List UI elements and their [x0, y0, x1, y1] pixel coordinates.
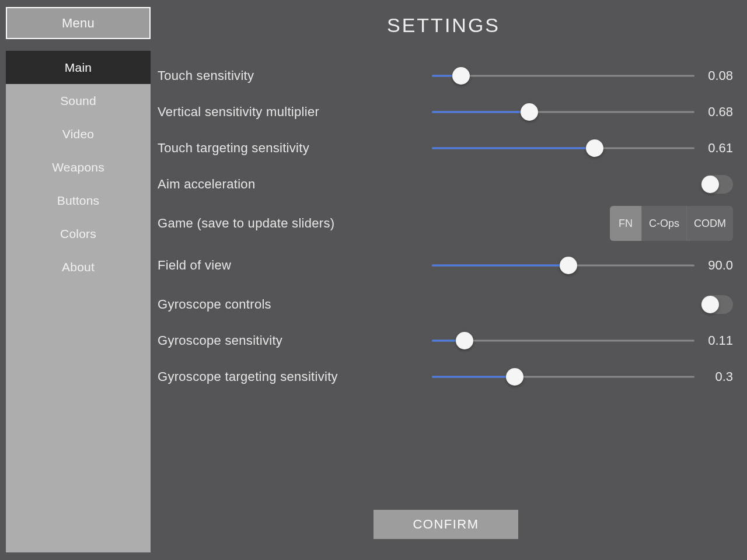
segmented-game-mode: FN C-Ops CODM: [610, 206, 733, 241]
sidebar-item-buttons[interactable]: Buttons: [6, 184, 151, 217]
toggle-gyro-controls[interactable]: [701, 295, 733, 314]
seg-option-fn[interactable]: FN: [610, 206, 641, 241]
label-game-mode: Game (save to update sliders): [158, 216, 432, 231]
sidebar-item-weapons[interactable]: Weapons: [6, 150, 151, 184]
nav-list: Main Sound Video Weapons Buttons Colors …: [6, 51, 151, 552]
sidebar-item-label: Main: [65, 61, 92, 75]
row-gyro-sensitivity: Gyroscope sensitivity 0.11: [158, 323, 735, 359]
sidebar-item-video[interactable]: Video: [6, 117, 151, 150]
row-vertical-multiplier: Vertical sensitivity multiplier 0.68: [158, 94, 735, 130]
toggle-thumb: [701, 176, 719, 193]
row-touch-sensitivity: Touch sensitivity 0.08: [158, 58, 735, 94]
slider-field-of-view[interactable]: [432, 257, 694, 274]
confirm-button-label: CONFIRM: [413, 517, 479, 532]
seg-option-label: C-Ops: [649, 218, 679, 230]
value-gyro-sensitivity: 0.11: [699, 333, 734, 348]
slider-gyro-sensitivity[interactable]: [432, 332, 694, 349]
value-gyro-targeting: 0.3: [699, 369, 734, 384]
sidebar-item-label: Weapons: [52, 160, 104, 174]
menu-button[interactable]: Menu: [6, 7, 151, 39]
label-gyro-targeting: Gyroscope targeting sensitivity: [158, 369, 432, 384]
sidebar-item-label: Sound: [60, 94, 96, 108]
toggle-aim-acceleration[interactable]: [701, 175, 733, 194]
toggle-thumb: [701, 296, 719, 313]
label-field-of-view: Field of view: [158, 258, 432, 273]
main-panel: SETTINGS Touch sensitivity 0.08 Vertical…: [158, 14, 735, 395]
page-title: SETTINGS: [158, 14, 729, 37]
menu-button-label: Menu: [62, 16, 95, 31]
label-aim-acceleration: Aim acceleration: [158, 177, 432, 192]
row-field-of-view: Field of view 90.0: [158, 244, 735, 286]
value-touch-sensitivity: 0.08: [699, 68, 734, 83]
seg-option-codm[interactable]: CODM: [686, 206, 733, 241]
value-vertical-multiplier: 0.68: [699, 104, 734, 120]
sidebar: Menu Main Sound Video Weapons Buttons Co…: [6, 7, 151, 552]
value-touch-targeting: 0.61: [699, 141, 734, 156]
sidebar-item-sound[interactable]: Sound: [6, 84, 151, 117]
label-gyro-controls: Gyroscope controls: [158, 297, 432, 312]
value-field-of-view: 90.0: [699, 258, 734, 273]
sidebar-item-label: Video: [62, 127, 94, 141]
sidebar-item-colors[interactable]: Colors: [6, 217, 151, 250]
sidebar-item-main[interactable]: Main: [6, 51, 151, 84]
label-touch-sensitivity: Touch sensitivity: [158, 68, 432, 83]
row-aim-acceleration: Aim acceleration: [158, 166, 735, 202]
sidebar-item-label: Colors: [60, 227, 96, 241]
slider-gyro-targeting[interactable]: [432, 368, 694, 386]
slider-vertical-multiplier[interactable]: [432, 103, 694, 121]
row-gyro-targeting: Gyroscope targeting sensitivity 0.3: [158, 359, 735, 395]
sidebar-item-label: Buttons: [57, 194, 100, 208]
label-gyro-sensitivity: Gyroscope sensitivity: [158, 333, 432, 348]
sidebar-item-label: About: [62, 260, 95, 274]
confirm-button[interactable]: CONFIRM: [374, 510, 518, 539]
row-gyro-controls: Gyroscope controls: [158, 286, 735, 323]
seg-option-label: CODM: [694, 218, 726, 230]
slider-touch-sensitivity[interactable]: [432, 67, 694, 85]
row-touch-targeting: Touch targeting sensitivity 0.61: [158, 130, 735, 166]
label-touch-targeting: Touch targeting sensitivity: [158, 141, 432, 156]
seg-option-cops[interactable]: C-Ops: [641, 206, 686, 241]
seg-option-label: FN: [619, 218, 633, 230]
slider-touch-targeting[interactable]: [432, 139, 694, 157]
sidebar-item-about[interactable]: About: [6, 250, 151, 284]
row-game-mode: Game (save to update sliders) FN C-Ops C…: [158, 202, 735, 244]
label-vertical-multiplier: Vertical sensitivity multiplier: [158, 104, 432, 120]
